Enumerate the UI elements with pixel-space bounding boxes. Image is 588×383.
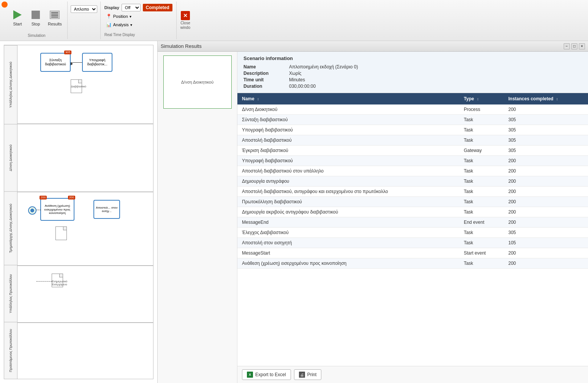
results-titlebar: Simulation Results − □ × <box>158 41 588 52</box>
cell-instances-1: 305 <box>504 115 588 125</box>
sort-type: ↕ <box>477 97 479 101</box>
minimap-title: Δ/νση Διοικητικού <box>181 80 214 84</box>
export-label: Export to Excel <box>255 372 286 377</box>
simulation-label: Simulation <box>28 32 46 38</box>
cell-name-9: Πρωτοκόλληση διαβιβαστικού <box>237 197 459 207</box>
cell-type-12: Task <box>459 228 504 238</box>
cell-type-1: Task <box>459 115 504 125</box>
col-name[interactable]: Name ↕ <box>237 93 459 104</box>
table-row: Πρωτοκόλληση διαβιβαστικού Task 200 <box>237 197 588 207</box>
results-table-container[interactable]: Name ↕ Type ↕ Instances completed ↕ <box>237 93 588 366</box>
print-icon: 🖨 <box>299 372 305 378</box>
anathesi-badge: 200 <box>68 196 75 199</box>
cell-type-15: Task <box>459 258 504 269</box>
cell-name-4: Έγκριση διαβιβαστικού <box>237 146 459 156</box>
doc-eiserxomeno <box>55 226 67 240</box>
diagram-panel[interactable]: Υπάλληλος Δ/νσης Διοικητικού Δ/νση Διοικ… <box>0 41 158 383</box>
anathesi-left-badge: 200 <box>40 196 47 199</box>
node-ypografi[interactable]: Υπογραφή διαβιβαστικ... <box>82 53 112 72</box>
lane-labels: Υπάλληλος Δ/νσης Διοικητικού Δ/νση Διοικ… <box>4 45 17 379</box>
cell-type-13: Task <box>459 238 504 248</box>
results-button[interactable]: Results <box>46 7 64 28</box>
results-table: Name ↕ Type ↕ Instances completed ↕ <box>237 93 588 269</box>
cell-name-2: Υπογραφή διαβιβαστικού <box>237 125 459 135</box>
lane-content-area: 305 Σύνταξη διαβιβαστικού Υπογραφή διαβι… <box>17 45 153 379</box>
dashed-2 <box>36 281 52 282</box>
cell-type-2: Task <box>459 125 504 135</box>
cell-instances-8: 200 <box>504 187 588 197</box>
cell-instances-0: 200 <box>504 104 588 115</box>
table-row: Ανάθεση (χρέωση) εισερχομένου προς κοινο… <box>237 258 588 269</box>
col-instances[interactable]: Instances completed ↕ <box>504 93 588 104</box>
node-syntaxi[interactable]: 305 Σύνταξη διαβιβαστικού <box>40 53 71 72</box>
table-row: MessageStart Start event 200 <box>237 248 588 258</box>
cell-name-3: Αποστολή διαβιβαστικού <box>237 135 459 146</box>
stop-button[interactable]: Stop <box>27 7 44 28</box>
info-grid: Name Απλοποιημένη εκδοχή (Σενάριο 0) Des… <box>243 64 582 89</box>
minimize-button[interactable]: − <box>564 43 570 49</box>
sort-name: ↕ <box>257 97 259 101</box>
cell-type-3: Task <box>459 135 504 146</box>
cell-instances-3: 305 <box>504 135 588 146</box>
cell-type-7: Task <box>459 176 504 187</box>
close-section: ✕ Close windo <box>177 2 194 39</box>
desc-label: Description <box>243 71 289 76</box>
cell-name-11: MessageEnd <box>237 217 459 228</box>
scenario-select[interactable]: Απλοπο <box>71 5 97 13</box>
table-row: Δημιουργία αντιγράφου Task 200 <box>237 176 588 187</box>
lane-row-0: 305 Σύνταξη διαβιβαστικού Υπογραφή διαβι… <box>17 45 153 124</box>
cell-instances-5: 200 <box>504 156 588 166</box>
arrowhead-1 <box>71 62 73 65</box>
results-tbody: Δ/νση Διοικητικού Process 200 Σύνταξη δι… <box>237 104 588 269</box>
restore-button[interactable]: □ <box>571 43 577 49</box>
export-excel-button[interactable]: X Export to Excel <box>242 369 291 380</box>
cell-instances-12: 305 <box>504 228 588 238</box>
cell-type-5: Task <box>459 156 504 166</box>
table-row: Σύνταξη διαβιβαστικού Task 305 <box>237 115 588 125</box>
results-footer: X Export to Excel 🖨 Print <box>237 366 588 383</box>
time-value: Minutes <box>289 77 582 82</box>
duration-value: 030,00:00:00 <box>289 84 582 89</box>
excel-icon: X <box>247 372 253 378</box>
cell-name-5: Υπογραφή διαβιβαστικού <box>237 156 459 166</box>
table-row: Δ/νση Διοικητικού Process 200 <box>237 104 588 115</box>
col-type[interactable]: Type ↕ <box>459 93 504 104</box>
cell-type-10: Task <box>459 207 504 217</box>
node-anathesi[interactable]: 200 200 Ανάθεση (χρέωση) εισερχομένου πρ… <box>40 198 74 221</box>
node-syntaxi-badge: 305 <box>64 51 71 54</box>
position-label: Position <box>113 14 128 19</box>
table-row: Έγκριση διαβιβαστικού Gateway 305 <box>237 146 588 156</box>
cell-instances-6: 200 <box>504 166 588 176</box>
display-select[interactable]: Off <box>122 4 141 11</box>
cell-instances-2: 305 <box>504 125 588 135</box>
lane-label-4: Προϊστάμενος Πρωτοκόλλου <box>4 322 17 379</box>
lane-row-4 <box>17 323 153 379</box>
app-logo <box>2 2 8 8</box>
start-button[interactable]: Start <box>9 7 26 28</box>
sort-instances: ↕ <box>556 97 558 101</box>
name-label: Name <box>243 64 289 70</box>
close-window-label: Close windo <box>180 21 190 30</box>
desc-value: Χωρίς <box>289 71 582 76</box>
close-window-button[interactable]: ✕ <box>181 11 190 20</box>
duration-label: Duration <box>243 84 289 89</box>
toolbar: Start Stop Results Simulation Απλοπο Dis… <box>0 0 588 41</box>
display-section: Display Off Completed 📍 Position ▾ 📊 Ana… <box>101 2 177 39</box>
cell-name-15: Ανάθεση (χρέωση) εισερχομένου προς κοινο… <box>237 258 459 269</box>
stop-icon <box>32 11 40 19</box>
table-row: Αποστολή διαβιβαστικού Task 305 <box>237 135 588 146</box>
start-event <box>28 206 36 215</box>
analysis-button[interactable]: 📊 Analysis ▾ <box>104 21 172 28</box>
node-apostoli[interactable]: Αποστολ... στον εισηγ... <box>93 200 120 219</box>
table-row: Υπογραφή διαβιβαστικού Task 200 <box>237 156 588 166</box>
print-button[interactable]: 🖨 Print <box>294 369 322 380</box>
win-controls: − □ × <box>564 43 585 49</box>
cell-instances-9: 200 <box>504 197 588 207</box>
lane-row-3: ΕνημερωτικόΕισερχόμενο <box>17 266 153 322</box>
position-button[interactable]: 📍 Position ▾ <box>104 13 172 20</box>
name-value: Απλοποιημένη εκδοχή (Σενάριο 0) <box>289 64 582 70</box>
display-label: Display <box>104 5 119 10</box>
close-results-button[interactable]: × <box>579 43 585 49</box>
minimap-box: Δ/νση Διοικητικού <box>163 55 232 109</box>
results-icon <box>50 11 60 19</box>
